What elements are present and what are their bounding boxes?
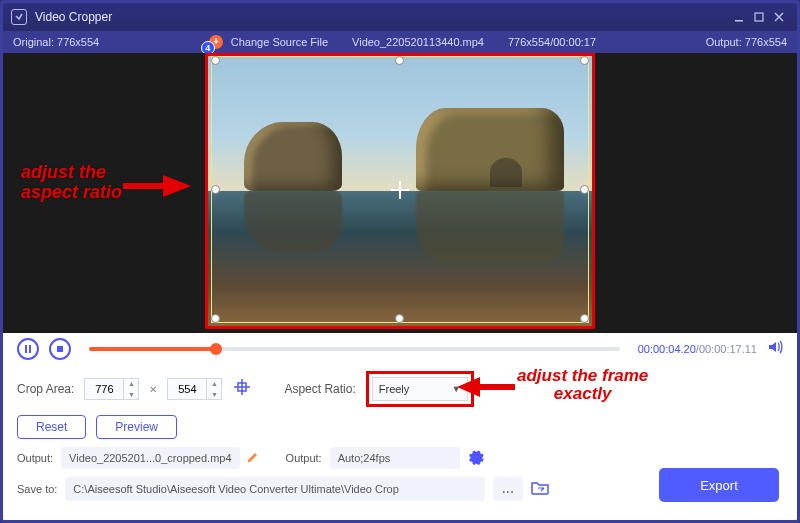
center-align-icon[interactable] (232, 377, 252, 402)
spinner-down[interactable]: ▼ (124, 389, 138, 400)
app-window: Video Cropper Original: 776x554 4 Change… (0, 0, 800, 523)
total-time: 00:00:17.11 (699, 343, 757, 355)
maximize-button[interactable] (749, 7, 769, 27)
original-size-label: Original: 776x554 (13, 36, 99, 48)
change-source-icon[interactable]: 4 (209, 35, 223, 49)
output-label-2: Output: (286, 452, 322, 464)
svg-rect-3 (29, 345, 31, 353)
app-logo-icon (11, 9, 27, 25)
aspect-ratio-label: Aspect Ratio: (284, 382, 355, 396)
gear-icon[interactable] (468, 449, 484, 467)
timeline-slider[interactable] (89, 347, 620, 351)
timeline-thumb[interactable] (210, 343, 222, 355)
preview-button[interactable]: Preview (96, 415, 177, 439)
open-folder-icon[interactable] (531, 480, 549, 498)
time-display: 00:00:04.20/00:00:17.11 (638, 343, 757, 355)
playback-bar: 00:00:04.20/00:00:17.11 (3, 333, 797, 365)
aspect-ratio-select[interactable]: Freely ▼ (372, 377, 468, 401)
crop-handle-bl[interactable] (211, 314, 220, 323)
video-preview[interactable] (205, 53, 595, 329)
crop-center-icon[interactable] (391, 181, 409, 199)
annotation-aspect-text: adjust the aspect ratio (21, 163, 122, 203)
annotation-arrow-icon (123, 171, 193, 205)
reset-button[interactable]: Reset (17, 415, 86, 439)
spinner-up[interactable]: ▲ (207, 378, 221, 389)
save-path: C:\Aiseesoft Studio\Aiseesoft Video Conv… (65, 477, 485, 501)
change-source-link[interactable]: Change Source File (231, 36, 328, 48)
crop-frame[interactable] (211, 56, 589, 323)
times-icon: ✕ (149, 384, 157, 395)
current-time: 00:00:04.20 (638, 343, 696, 355)
output-filename: Video_2205201...0_cropped.mp4 (61, 447, 240, 469)
output-size-label: Output: 776x554 (706, 36, 787, 48)
crop-handle-mr[interactable] (580, 185, 589, 194)
export-button[interactable]: Export (659, 468, 779, 502)
crop-height-input[interactable]: ▲▼ (167, 378, 222, 400)
info-bar: Original: 776x554 4 Change Source File V… (3, 31, 797, 53)
output-label-1: Output: (17, 452, 53, 464)
crop-handle-tr[interactable] (580, 56, 589, 65)
output-setting: Auto;24fps (330, 447, 460, 469)
svg-rect-0 (735, 20, 743, 22)
titlebar: Video Cropper (3, 3, 797, 31)
svg-rect-4 (57, 346, 63, 352)
annotation-frame-text: adjust the frame exactly (517, 367, 648, 403)
window-title: Video Cropper (35, 10, 729, 24)
crop-handle-ml[interactable] (211, 185, 220, 194)
volume-icon[interactable] (767, 339, 783, 359)
minimize-button[interactable] (729, 7, 749, 27)
crop-width-input[interactable]: ▲▼ (84, 378, 139, 400)
edit-icon[interactable] (246, 450, 260, 466)
browse-button[interactable]: ... (493, 477, 523, 501)
annotation-arrow-icon (455, 374, 515, 403)
preview-area: adjust the aspect ratio (3, 53, 797, 333)
close-button[interactable] (769, 7, 789, 27)
output-row: Output: Video_2205201...0_cropped.mp4 Ou… (17, 447, 783, 469)
source-filename: Video_220520113440.mp4 (352, 36, 484, 48)
crop-handle-tl[interactable] (211, 56, 220, 65)
svg-rect-1 (755, 13, 763, 21)
stop-button[interactable] (49, 338, 71, 360)
aspect-ratio-value: Freely (379, 383, 410, 395)
crop-handle-bm[interactable] (395, 314, 404, 323)
source-dims-duration: 776x554/00:00:17 (508, 36, 596, 48)
crop-height-field[interactable] (168, 383, 206, 395)
spinner-down[interactable]: ▼ (207, 389, 221, 400)
crop-area-label: Crop Area: (17, 382, 74, 396)
crop-handle-br[interactable] (580, 314, 589, 323)
crop-width-field[interactable] (85, 383, 123, 395)
pause-button[interactable] (17, 338, 39, 360)
spinner-up[interactable]: ▲ (124, 378, 138, 389)
svg-rect-2 (25, 345, 27, 353)
crop-handle-tm[interactable] (395, 56, 404, 65)
save-to-label: Save to: (17, 483, 57, 495)
